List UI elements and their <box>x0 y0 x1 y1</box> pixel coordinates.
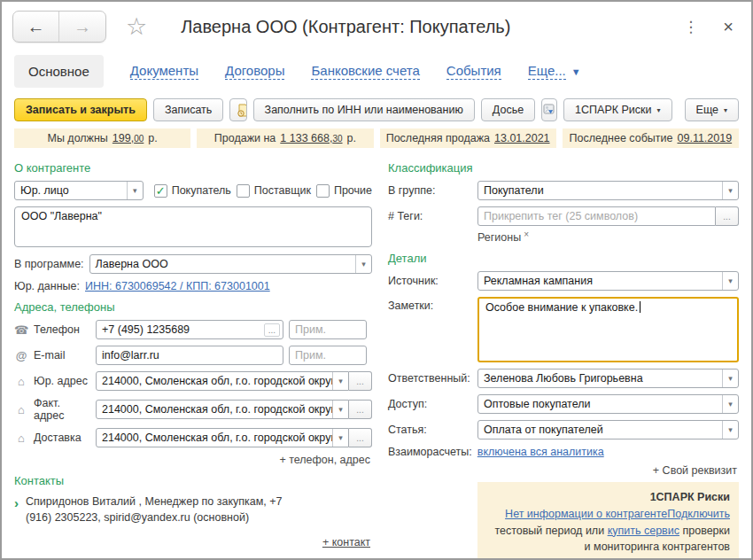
actual-address-value: 214000, Смоленская обл, г.о. городской о… <box>97 403 332 416</box>
article-label: Статья: <box>388 424 472 436</box>
we-owe-amount-link[interactable]: 199,00 <box>113 132 144 144</box>
article-combo[interactable]: Оплата от покупателей ▾ <box>477 420 739 439</box>
create-based-on-button[interactable]: ▾ <box>230 99 246 121</box>
chevron-down-icon[interactable]: ▾ <box>332 401 348 418</box>
more-label: Еще <box>696 104 718 116</box>
tab-main[interactable]: Основное <box>14 55 104 88</box>
group-combo[interactable]: Покупатели ▾ <box>477 181 739 200</box>
inn-kpp-link[interactable]: ИНН: 6730069542 / КПП: 673001001 <box>85 280 270 292</box>
chevron-down-icon[interactable]: ▾ <box>722 182 738 199</box>
spark-panel-title: 1СПАРК Риски <box>650 491 730 503</box>
save-button[interactable]: Записать <box>153 98 223 121</box>
last-sale-date-link[interactable]: 13.01.2021 <box>494 132 550 144</box>
spark-connect-link[interactable]: Подключить <box>667 508 730 520</box>
legal-data-label: Юр. данные: <box>14 280 80 292</box>
delivery-address-more-button[interactable]: ... <box>349 428 372 447</box>
supplier-checkbox[interactable]: Поставщик <box>237 184 311 198</box>
email-value: info@larr.ru <box>97 349 283 362</box>
we-owe-cell: Мы должны 199,00 р. <box>14 128 190 148</box>
dossier-button[interactable]: Досье <box>481 98 535 121</box>
more-caret-icon: ▾ <box>724 106 727 114</box>
save-and-close-button[interactable]: Записать и закрыть <box>14 98 147 121</box>
chevron-down-icon[interactable]: ▾ <box>722 272 738 290</box>
forward-icon: → <box>74 17 91 37</box>
email-at-icon: @ <box>14 349 28 362</box>
contact-list-item[interactable]: › Спиридонов Виталий , Менеджер по закуп… <box>14 494 307 525</box>
in-program-label: В программе: <box>14 258 84 270</box>
tab-events[interactable]: События <box>446 63 501 80</box>
settlements-analytics-link[interactable]: включена вся аналитика <box>477 446 604 458</box>
tab-documents[interactable]: Документы <box>130 63 198 80</box>
chevron-down-icon[interactable]: ▾ <box>332 429 348 447</box>
full-name-textarea[interactable]: ООО "Лаверна" <box>14 206 372 247</box>
delivery-address-value: 214000, Смоленская обл, г.о. городской о… <box>97 432 332 444</box>
phone-input[interactable]: +7 (495) 1235689 ... <box>96 320 283 339</box>
sales-currency: р. <box>347 132 356 144</box>
entity-type-combo[interactable]: Юр. лицо ▾ <box>14 181 144 200</box>
responsible-combo[interactable]: Зеленова Любовь Григорьевна ▾ <box>477 369 739 388</box>
main-content: О контрагенте Юр. лицо ▾ ✓ Покупатель По… <box>2 150 751 560</box>
ellipsis-icon: ... <box>356 433 363 443</box>
spark-risks-button[interactable]: 1СПАРК Риски ▾ <box>563 98 671 121</box>
chevron-down-icon[interactable]: ▾ <box>332 372 348 390</box>
close-icon[interactable]: × <box>723 17 734 37</box>
last-sale-label: Последняя продажа <box>386 132 490 144</box>
source-combo[interactable]: Рекламная кампания ▾ <box>477 271 739 291</box>
custom-field-link[interactable]: + Свой реквизит <box>388 464 737 477</box>
other-checkbox[interactable]: Прочие <box>316 184 372 198</box>
chevron-down-icon[interactable]: ▾ <box>722 369 738 387</box>
tab-more[interactable]: Еще... ▼ <box>528 63 581 80</box>
left-column: О контрагенте Юр. лицо ▾ ✓ Покупатель По… <box>14 153 372 560</box>
chevron-down-icon[interactable]: ▾ <box>127 182 143 199</box>
tab-bank-accounts[interactable]: Банковские счета <box>311 63 419 80</box>
spark-no-info-link[interactable]: Нет информации о контрагенте <box>505 508 667 520</box>
last-event-cell: Последнее событие 09.11.2019 <box>563 128 739 148</box>
in-program-value: Лаверна ООО <box>90 258 355 270</box>
in-program-combo[interactable]: Лаверна ООО ▾ <box>89 254 372 274</box>
tags-input[interactable]: Прикрепить тег (25 символов) <box>477 206 716 226</box>
legal-address-combo[interactable]: 214000, Смоленская обл, г.о. городской о… <box>96 371 349 391</box>
tab-contracts[interactable]: Договоры <box>225 63 284 80</box>
spark-or-text: или <box>586 525 608 537</box>
add-contact-link[interactable]: + контакт <box>14 536 370 548</box>
classification-section-header: Классификация <box>388 161 739 175</box>
spark-buy-service-link[interactable]: купить сервис <box>608 525 679 537</box>
tab-bar: Основное Документы Договоры Банковские с… <box>2 51 751 97</box>
group-label: В группе: <box>388 184 472 197</box>
delivery-address-combo[interactable]: 214000, Смоленская обл, г.о. городской о… <box>96 428 349 447</box>
sales-amount-link[interactable]: 1 133 668,30 <box>280 132 342 144</box>
buyer-checkbox[interactable]: ✓ Покупатель <box>154 184 231 198</box>
toolbar: Записать и закрыть Записать ▾ ▾ Заполнит… <box>2 97 751 125</box>
nav-button-group: ← → <box>12 11 106 43</box>
more-menu-icon[interactable]: ⋮ <box>683 18 698 36</box>
last-event-date-link[interactable]: 09.11.2019 <box>678 132 733 144</box>
fill-by-inn-button[interactable]: Заполнить по ИНН или наименованию <box>253 98 475 121</box>
email-input[interactable]: info@larr.ru <box>96 346 283 365</box>
spark-risks-caret-icon: ▾ <box>657 106 661 114</box>
chevron-down-icon[interactable]: ▾ <box>355 255 371 273</box>
back-button[interactable]: ← <box>13 12 59 42</box>
chevron-down-icon[interactable]: ▾ <box>722 395 738 413</box>
ellipsis-icon[interactable]: ... <box>264 323 280 337</box>
chevron-down-icon[interactable]: ▾ <box>722 421 738 439</box>
tags-more-button[interactable]: ... <box>716 206 739 226</box>
forward-button[interactable]: → <box>59 12 105 42</box>
actual-address-more-button[interactable]: ... <box>349 400 372 419</box>
group-value: Покупатели <box>478 184 722 197</box>
spark-trial-text: тестовый период <box>494 525 582 537</box>
window-header: ← → ☆ Лаверна ООО (Контрагент: Покупател… <box>2 2 751 51</box>
legal-address-more-button[interactable]: ... <box>349 371 372 391</box>
access-combo[interactable]: Оптовые покупатели ▾ <box>477 394 739 414</box>
email-note-input[interactable] <box>289 346 367 365</box>
notes-textarea[interactable]: Особое внимание к упаковке. <box>477 297 739 362</box>
more-button[interactable]: Еще ▾ <box>685 98 739 121</box>
chevron-down-icon: ▼ <box>571 66 581 77</box>
attached-files-icon <box>542 103 556 117</box>
about-section-header: О контрагенте <box>14 161 372 175</box>
actual-address-combo[interactable]: 214000, Смоленская обл, г.о. городской о… <box>96 400 349 419</box>
phone-note-input[interactable] <box>289 320 367 339</box>
tag-remove-icon[interactable]: × <box>524 229 529 239</box>
favorite-star-icon[interactable]: ☆ <box>126 15 147 39</box>
attached-files-button[interactable] <box>541 98 557 121</box>
add-phone-address-link[interactable]: + телефон, адрес <box>14 454 370 466</box>
